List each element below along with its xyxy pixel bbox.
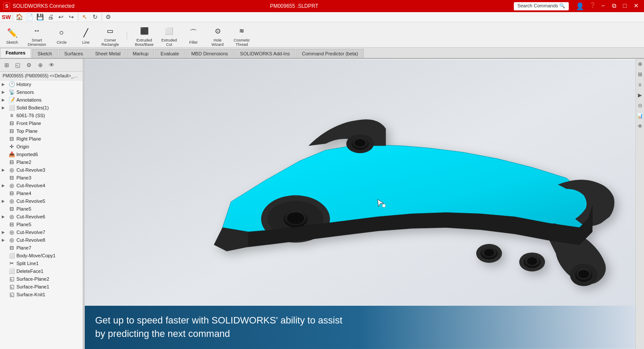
right-panel-icon3[interactable]: ≡ — [637, 81, 644, 88]
sketch-tool[interactable]: ✏️ Sketch — [3, 26, 21, 45]
tab-features[interactable]: Features — [0, 48, 31, 58]
expand-icon-cut-revolve8[interactable]: ▶ — [2, 238, 7, 242]
right-panel-icon5[interactable]: ⊙ — [637, 102, 644, 109]
right-panel-icon1[interactable]: ⊕ — [637, 61, 644, 67]
undo-button[interactable]: ↩ — [56, 12, 66, 22]
expand-icon-cut-revolve5[interactable]: ▶ — [2, 199, 7, 203]
3d-viewport[interactable]: Get up to speed faster with SOLIDWORKS' … — [85, 59, 635, 349]
extruded-boss-icon: ⬛ — [138, 24, 151, 38]
right-panel-icon4[interactable]: ▶ — [637, 92, 644, 99]
expand-icon-cut-revolve7[interactable]: ▶ — [2, 230, 7, 234]
expand-icon-cut-revolve6[interactable]: ▶ — [2, 215, 7, 219]
item-label-surface-plane1: Surface-Plane1 — [16, 284, 49, 289]
rotate-button[interactable]: ↻ — [90, 12, 100, 22]
item-icon-sensors: 📡 — [8, 89, 15, 96]
item-icon-delete-face1: ⬜ — [8, 268, 15, 275]
tree-item-annotations[interactable]: ▶📝Annotations — [0, 96, 83, 104]
tree-item-cut-revolve8[interactable]: ▶◎Cut-Revolve8 — [0, 236, 83, 244]
tree-item-surface-knit1[interactable]: ◱Surface-Knit1 — [0, 291, 83, 298]
tab-sheet-metal[interactable]: Sheet Metal — [90, 49, 126, 58]
tree-item-surface-plane2[interactable]: ◱Surface-Plane2 — [0, 275, 83, 283]
expand-icon-history[interactable]: ▶ — [2, 82, 7, 86]
tree-item-front-plane[interactable]: ⊟Front Plane — [0, 119, 83, 127]
save-button[interactable]: 💾 — [35, 12, 45, 22]
line-icon: ╱ — [79, 26, 93, 40]
right-panel-icon2[interactable]: ⊞ — [637, 71, 644, 78]
tree-item-cut-revolve7[interactable]: ▶◎Cut-Revolve7 — [0, 228, 83, 236]
tree-item-plane3[interactable]: ⊟Plane3 — [0, 174, 83, 182]
cosmetic-thread-tool[interactable]: ≋ CosmeticThread — [233, 24, 250, 47]
display-manager-btn[interactable]: 👁 — [47, 61, 56, 70]
tree-item-top-plane[interactable]: ⊟Top Plane — [0, 127, 83, 135]
tree-item-imported6[interactable]: 📥Imported6 — [0, 150, 83, 158]
tree-item-split-line1[interactable]: ✂Split Line1 — [0, 259, 83, 267]
minimize-button[interactable]: − — [599, 2, 606, 10]
item-label-imported6: Imported6 — [16, 152, 38, 157]
select-button[interactable]: ↖ — [80, 12, 90, 22]
smart-dimension-tool[interactable]: ↔ SmartDimension — [28, 24, 46, 47]
tree-item-plane5[interactable]: ⊟Plane5 — [0, 205, 83, 213]
property-manager-btn[interactable]: ◱ — [13, 61, 22, 70]
redo-button[interactable]: ↪ — [67, 12, 76, 22]
print-button[interactable]: 🖨 — [46, 12, 55, 22]
tree-item-plane4[interactable]: ⊟Plane4 — [0, 189, 83, 197]
corner-rectangle-tool[interactable]: ▭ CornerRectangle — [102, 24, 119, 47]
help-icon[interactable]: ❓ — [590, 2, 596, 10]
sketch-icon: ✏️ — [5, 26, 19, 40]
extruded-boss-tool[interactable]: ⬛ ExtrudedBoss/Base — [135, 24, 154, 47]
tree-item-cut-revolve4[interactable]: ▶◎Cut-Revolve4 — [0, 182, 83, 189]
tab-command-predictor[interactable]: Command Predictor (beta) — [296, 49, 364, 58]
right-panel-icon6[interactable]: 📊 — [637, 112, 644, 119]
dim-xpert-btn[interactable]: ⊕ — [35, 61, 45, 70]
tab-sketch[interactable]: Sketch — [32, 49, 58, 58]
extruded-cut-label: ExtrudedCut — [161, 38, 177, 47]
tree-item-plane5b[interactable]: ⊟Plane5 — [0, 221, 83, 228]
restore-button[interactable]: ⧉ — [610, 2, 618, 10]
solidworks-logo: SW — [2, 14, 11, 20]
tree-item-material[interactable]: ≡6061-T6 (SS) — [0, 112, 83, 119]
tab-mbd-dimensions[interactable]: MBD Dimensions — [186, 49, 234, 58]
config-manager-btn[interactable]: ⚙ — [24, 61, 34, 70]
user-icon[interactable]: 👤 — [576, 2, 584, 10]
open-button[interactable]: 📄 — [25, 12, 35, 22]
tab-markup[interactable]: Markup — [127, 49, 154, 58]
tree-item-body-move[interactable]: ⬜Body-Move/Copy1 — [0, 252, 83, 259]
tree-item-cut-revolve5[interactable]: ▶◎Cut-Revolve5 — [0, 197, 83, 205]
tree-item-history[interactable]: ▶🕐History — [0, 80, 83, 88]
tree-item-cut-revolve3[interactable]: ▶◎Cut-Revolve3 — [0, 166, 83, 174]
settings-button[interactable]: ⚙ — [104, 12, 113, 22]
tree-item-cut-revolve6[interactable]: ▶◎Cut-Revolve6 — [0, 213, 83, 221]
tree-item-right-plane[interactable]: ⊟Right Plane — [0, 135, 83, 143]
feature-manager-btn[interactable]: ⊞ — [2, 61, 11, 70]
search-box[interactable]: Search Commands 🔍 — [514, 2, 569, 10]
tab-surfaces[interactable]: Surfaces — [59, 49, 89, 58]
close-button[interactable]: ✕ — [632, 2, 641, 10]
expand-icon-solid-bodies[interactable]: ▶ — [2, 106, 7, 110]
tab-solidworks-addins[interactable]: SOLIDWORKS Add-Ins — [234, 49, 295, 58]
expand-icon-cut-revolve4[interactable]: ▶ — [2, 183, 7, 188]
item-label-plane4: Plane4 — [16, 191, 31, 196]
extruded-cut-tool[interactable]: ⬜ ExtrudedCut — [160, 24, 178, 47]
expand-icon-cut-revolve3[interactable]: ▶ — [2, 168, 7, 172]
item-label-annotations: Annotations — [16, 97, 42, 102]
tree-item-delete-face1[interactable]: ⬜DeleteFace1 — [0, 267, 83, 275]
tree-item-origin[interactable]: ✛Origin — [0, 143, 83, 150]
maximize-button[interactable]: □ — [622, 2, 628, 10]
tree-item-surface-plane1[interactable]: ◱Surface-Plane1 — [0, 283, 83, 291]
tree-item-solid-bodies[interactable]: ▶⬜Solid Bodies(1) — [0, 104, 83, 112]
right-panel-icon7[interactable]: 👁 — [637, 123, 644, 130]
item-icon-plane5: ⊟ — [8, 205, 15, 212]
new-file-button[interactable]: 🏠 — [15, 12, 24, 22]
tree-item-plane2[interactable]: ⊟Plane2 — [0, 158, 83, 166]
tree-item-sensors[interactable]: ▶📡Sensors — [0, 88, 83, 96]
expand-icon-sensors[interactable]: ▶ — [2, 90, 7, 94]
tree-item-plane7[interactable]: ⊟Plane7 — [0, 244, 83, 252]
fillet-tool[interactable]: ⌒ Fillet — [185, 26, 202, 45]
hole-wizard-tool[interactable]: ⊙ HoleWizard — [209, 24, 226, 47]
main-area: ⊞ ◱ ⚙ ⊕ 👁 PM009655 (PM009655) <<Default>… — [0, 59, 644, 349]
toolbar-sep3 — [102, 13, 102, 21]
tab-evaluate[interactable]: Evaluate — [155, 49, 185, 58]
circle-tool[interactable]: ○ Circle — [53, 26, 70, 45]
expand-icon-annotations[interactable]: ▶ — [2, 98, 7, 102]
line-tool[interactable]: ╱ Line — [77, 26, 95, 45]
